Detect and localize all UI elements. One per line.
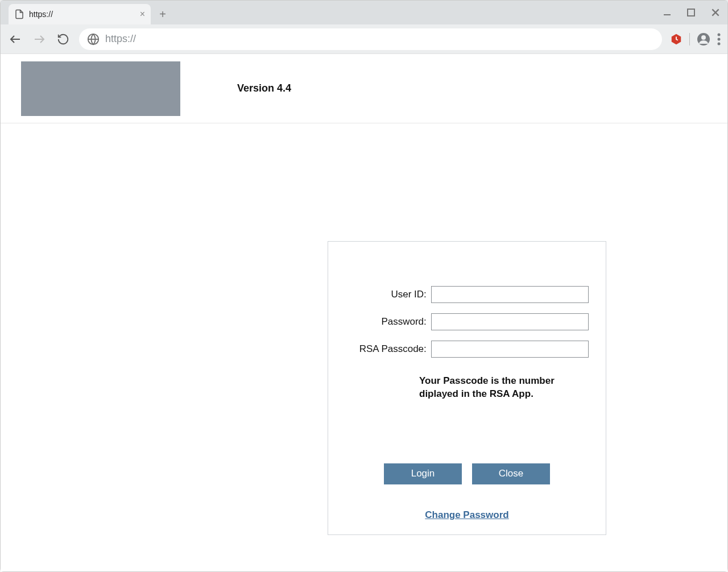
version-label: Version 4.4: [237, 82, 291, 94]
rsa-passcode-input[interactable]: [431, 341, 589, 358]
login-button[interactable]: Login: [384, 463, 462, 484]
tab-title: https://: [29, 10, 135, 19]
window-controls: [663, 1, 721, 24]
forward-button[interactable]: [31, 31, 47, 47]
page-icon: [14, 9, 24, 19]
svg-point-11: [718, 33, 721, 36]
reload-button[interactable]: [55, 31, 71, 47]
new-tab-button[interactable]: +: [154, 6, 171, 23]
svg-point-12: [718, 38, 721, 40]
svg-rect-1: [688, 9, 694, 16]
rsa-label: RSA Passcode:: [345, 343, 431, 355]
minimize-icon[interactable]: [663, 8, 672, 17]
maximize-icon[interactable]: [686, 8, 696, 17]
password-label: Password:: [345, 316, 431, 328]
address-bar[interactable]: [79, 28, 662, 50]
browser-toolbar: [1, 24, 727, 54]
password-row: Password:: [345, 313, 589, 330]
browser-tab[interactable]: https:// ×: [9, 4, 151, 24]
tab-bar: https:// × +: [1, 1, 727, 24]
close-button[interactable]: Close: [472, 463, 550, 484]
tab-close-icon[interactable]: ×: [140, 10, 145, 19]
svg-point-10: [701, 35, 706, 40]
close-window-icon[interactable]: [710, 7, 721, 18]
rsa-row: RSA Passcode:: [345, 341, 589, 358]
page-header: Version 4.4: [1, 54, 727, 123]
toolbar-divider: [689, 33, 690, 45]
user-id-row: User ID:: [345, 286, 589, 303]
login-panel: User ID: Password: RSA Passcode: Your Pa…: [328, 241, 606, 535]
button-row: Login Close: [345, 463, 589, 484]
user-id-label: User ID:: [345, 289, 431, 300]
passcode-hint: Your Passcode is the number diplayed in …: [419, 375, 589, 401]
profile-icon[interactable]: [697, 32, 710, 46]
change-password-link[interactable]: Change Password: [345, 509, 589, 521]
back-button[interactable]: [7, 31, 23, 47]
menu-icon[interactable]: [717, 33, 721, 45]
shield-icon[interactable]: [670, 33, 682, 45]
toolbar-right: [670, 32, 721, 46]
browser-window: https:// × +: [0, 0, 728, 572]
logo-placeholder: [21, 61, 180, 116]
svg-point-13: [718, 42, 721, 45]
url-input[interactable]: [105, 33, 654, 45]
page-content: Version 4.4 User ID: Password: RSA Passc…: [1, 54, 727, 571]
globe-icon: [87, 33, 100, 45]
user-id-input[interactable]: [431, 286, 589, 303]
password-input[interactable]: [431, 313, 589, 330]
